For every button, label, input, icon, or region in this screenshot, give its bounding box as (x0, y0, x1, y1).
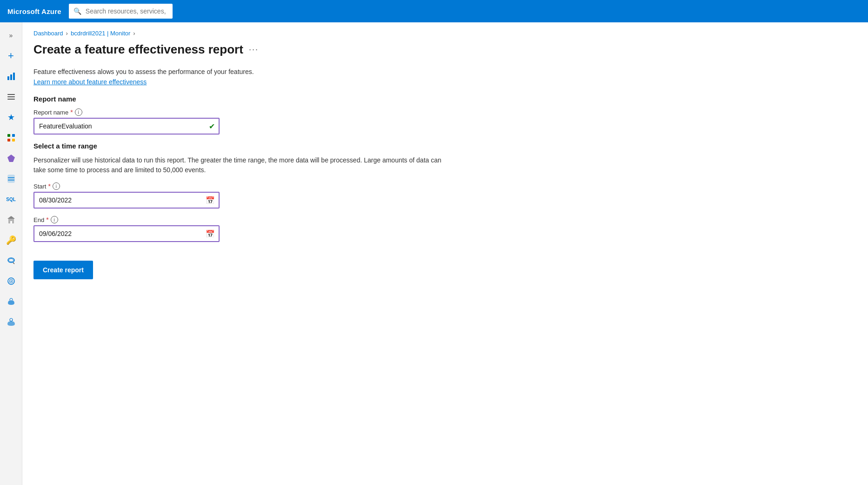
svg-rect-7 (12, 134, 15, 137)
sidebar-item-cloud-globe[interactable] (2, 292, 20, 311)
sidebar-item-database[interactable] (2, 169, 20, 188)
sidebar-item-favorites[interactable]: ★ (2, 108, 20, 127)
svg-rect-4 (7, 96, 15, 97)
svg-rect-5 (7, 99, 15, 100)
sidebar: » + ★ (0, 22, 22, 485)
sidebar-item-cloud-connect[interactable] (2, 313, 20, 331)
svg-rect-6 (7, 134, 10, 137)
sidebar-item-list[interactable] (2, 88, 20, 106)
description-text: Feature effectiveness alows you to asses… (33, 68, 853, 75)
svg-point-22 (10, 318, 13, 321)
end-date-input[interactable] (33, 225, 220, 242)
sidebar-item-cloud-search[interactable] (2, 251, 20, 270)
sidebar-add-button[interactable]: + (2, 47, 20, 65)
start-info-icon[interactable]: i (53, 182, 60, 190)
brand-name: Microsoft Azure (7, 7, 61, 15)
svg-rect-12 (8, 177, 14, 178)
create-report-button[interactable]: Create report (33, 261, 93, 279)
end-date-label: End * i (33, 216, 853, 223)
sidebar-item-grid[interactable] (2, 128, 20, 147)
sidebar-item-sql[interactable]: SQL (2, 190, 20, 209)
start-date-field-group: Start * i 📅 (33, 182, 853, 209)
report-name-field-group: Report name * i ✔ (33, 108, 853, 135)
main-layout: » + ★ (0, 22, 868, 485)
end-date-input-wrapper: 📅 (33, 225, 220, 242)
breadcrumb-sep-1: › (66, 30, 68, 37)
svg-line-18 (13, 263, 14, 264)
svg-rect-2 (13, 73, 15, 80)
svg-rect-1 (10, 74, 12, 80)
breadcrumb: Dashboard › bcdrdrill2021 | Monitor › (33, 30, 853, 37)
breadcrumb-sep-2: › (133, 30, 135, 37)
sidebar-item-chart[interactable] (2, 67, 20, 86)
svg-marker-15 (7, 216, 15, 219)
sidebar-item-satellite[interactable] (2, 272, 20, 290)
svg-rect-13 (8, 180, 14, 181)
report-name-check-icon: ✔ (209, 122, 215, 131)
sidebar-item-gem[interactable] (2, 149, 20, 168)
svg-rect-0 (7, 76, 9, 80)
end-calendar-icon[interactable]: 📅 (206, 229, 215, 238)
learn-more-link[interactable]: Learn more about feature effectiveness (33, 78, 147, 86)
report-name-input[interactable] (33, 118, 220, 135)
svg-rect-8 (7, 139, 10, 141)
start-date-input-wrapper: 📅 (33, 192, 220, 209)
page-title: Create a feature effectiveness report (33, 42, 243, 57)
breadcrumb-dashboard[interactable]: Dashboard (33, 30, 63, 37)
svg-rect-9 (12, 139, 15, 141)
time-range-section-title: Select a time range (33, 142, 853, 150)
sidebar-item-key[interactable]: 🔑 (2, 231, 20, 249)
start-date-input[interactable] (33, 192, 220, 209)
start-calendar-icon[interactable]: 📅 (206, 196, 215, 205)
search-input[interactable] (69, 4, 173, 19)
sidebar-expand-button[interactable]: » (2, 26, 20, 45)
svg-rect-11 (8, 175, 14, 182)
end-required: * (46, 216, 48, 223)
report-name-section-title: Report name (33, 95, 853, 103)
report-name-input-wrapper: ✔ (33, 118, 220, 135)
start-required: * (48, 182, 50, 190)
report-name-info-icon[interactable]: i (75, 108, 82, 116)
end-date-field-group: End * i 📅 (33, 216, 853, 242)
start-date-label: Start * i (33, 182, 853, 190)
sidebar-item-building[interactable] (2, 210, 20, 229)
svg-marker-10 (7, 155, 15, 162)
report-name-section: Report name Report name * i ✔ (33, 95, 853, 135)
time-range-section: Select a time range Personalizer will us… (33, 142, 853, 242)
topbar: Microsoft Azure 🔍 (0, 0, 868, 22)
page-title-row: Create a feature effectiveness report ··… (33, 42, 853, 57)
report-name-label: Report name * i (33, 108, 853, 116)
search-wrapper: 🔍 (69, 4, 487, 19)
page-more-menu-icon[interactable]: ··· (249, 45, 259, 54)
svg-point-21 (10, 281, 12, 282)
svg-rect-16 (10, 221, 12, 223)
svg-rect-3 (7, 94, 15, 95)
breadcrumb-monitor[interactable]: bcdrdrill2021 | Monitor (71, 30, 130, 37)
end-info-icon[interactable]: i (51, 216, 58, 223)
time-range-description: Personalizer will use historical data to… (33, 155, 452, 175)
report-name-required: * (70, 108, 73, 116)
content-area: Dashboard › bcdrdrill2021 | Monitor › Cr… (22, 22, 868, 485)
